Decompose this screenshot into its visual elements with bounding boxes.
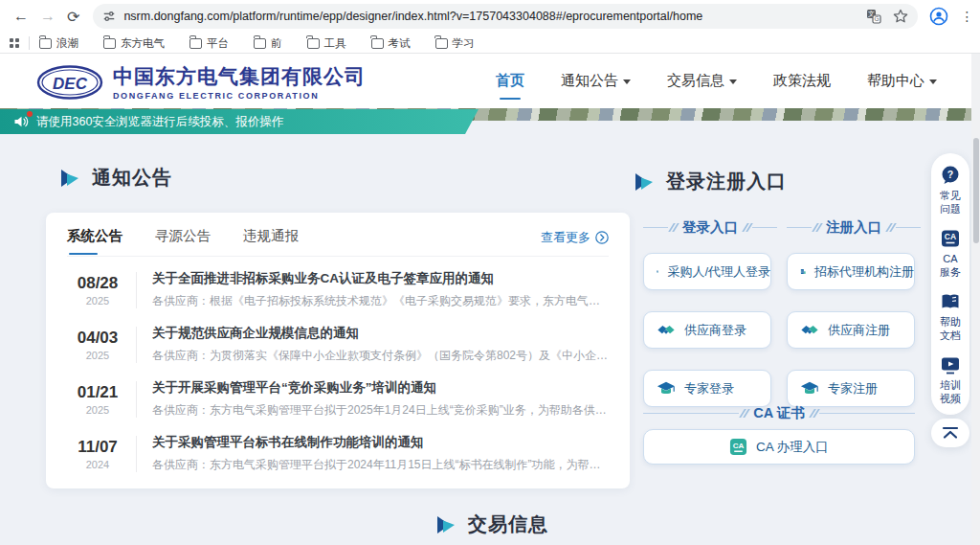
apps-grid-icon[interactable] [10,38,19,48]
notice-summary: 各供应商：为贯彻落实《保障中小企业款项支付条例》（国务院令第802号）及《中小企… [152,348,609,364]
page-scrollbar[interactable] [971,54,980,545]
tab-violation-reports[interactable]: 违规通报 [243,227,299,255]
bookmark-star-icon[interactable] [893,9,908,24]
notice-summary: 各供应商：东方电气采购管理平台拟于2025年1月24日上线“竞价采购”业务，为帮… [152,402,609,419]
notice-summary: 各供应商：根据《电子招标投标系统技术规范》《电子采购交易规范》要求，东方电气采购… [152,293,609,309]
bookmark-label: 工具 [324,36,346,51]
notice-title: 关于开展采购管理平台“竞价采购业务”培训的通知 [152,379,609,397]
ca-service-button[interactable]: CA CA服务 [940,228,961,279]
browser-chrome: ← → ⟳ nsrm.dongfang.com/platform/runtime… [0,0,980,54]
help-docs-button[interactable]: 帮助文档 [940,291,961,342]
list-item[interactable]: 04/032025 关于规范供应商企业规模信息的通知各供应商：为贯彻落实《保障中… [67,317,609,372]
folder-icon [371,38,384,49]
bookmark-folder[interactable]: 浪潮 [39,36,78,51]
company-name-en: DONGFANG ELECTRIC CORPORATION [113,91,366,101]
expert-cap-icon [657,379,676,398]
forward-button[interactable]: → [40,5,56,28]
bookmark-label: 东方电气 [121,36,165,51]
browser-toolbar: ← → ⟳ nsrm.dongfang.com/platform/runtime… [0,0,980,33]
list-item[interactable]: 08/282025 关于全面推进非招标采购业务CA认证及电子签章应用的通知各供应… [67,262,609,317]
sidebar-label: 培训视频 [940,378,961,405]
nav-policies[interactable]: 政策法规 [773,66,831,96]
section-arrow-icon [59,168,80,189]
supplier-login-button[interactable]: 供应商登录 [643,311,771,349]
back-to-top-icon [942,426,959,440]
bookmarks-bar: 浪潮 东方电气 平台 前 工具 考试 学习 [0,33,980,54]
browser-warning-ribbon: 请使用360安全浏览器进行后续投标、报价操作 [0,109,479,134]
bookmark-folder[interactable]: 考试 [371,36,411,51]
speaker-icon [13,114,29,129]
bookmark-label: 前 [271,36,282,51]
trade-info-section-title: 交易信息 [435,511,548,537]
reload-button[interactable]: ⟳ [67,5,79,28]
profile-avatar-icon[interactable] [929,7,948,26]
list-item[interactable]: 01/212025 关于开展采购管理平台“竞价采购业务”培训的通知各供应商：东方… [67,372,609,426]
page-content: 通知公告 系统公告 寻源公告 违规通报 查看更多 08/282025 关于全面推… [0,134,980,545]
bookmark-label: 浪潮 [56,36,78,51]
url-text[interactable]: nsrm.dongfang.com/platform/runtime/epp/d… [123,10,857,23]
notification-dot [27,111,33,117]
view-more-link[interactable]: 查看更多 [541,229,609,254]
expert-cap-icon [800,379,819,398]
bookmark-folder[interactable]: 工具 [307,36,346,51]
expert-register-button[interactable]: 专家注册 [787,370,915,407]
tab-sourcing-notices[interactable]: 寻源公告 [155,227,211,255]
company-name-cn: 中国东方电气集团有限公司 [113,63,366,90]
notice-date: 04/032025 [67,329,128,361]
faq-button[interactable]: ? 常见问题 [940,165,961,216]
notice-date: 01/212025 [67,383,128,416]
nav-notices[interactable]: 通知公告 [561,66,631,96]
buyer-agent-login-button[interactable]: 采购人/代理人登录 [643,253,771,290]
svg-text:CA: CA [945,232,956,241]
notice-date: 08/282025 [67,274,128,307]
folder-icon [189,38,202,49]
svg-text:CA: CA [733,442,745,450]
ca-badge-icon: CA [729,438,747,456]
login-entry-header: 登录入口 [643,218,777,237]
announcements-section-title: 通知公告 [59,165,172,191]
logo[interactable]: DEC 中国东方电气集团有限公司 DONGFANG ELECTRIC CORPO… [36,63,366,101]
bookmark-folder[interactable]: 平台 [189,36,229,51]
bidding-agency-register-button[interactable]: 招标代理机构注册 [787,253,915,290]
floating-sidebar: ? 常见问题 CA CA服务 帮助文档 培训视频 [931,153,969,415]
divider [29,36,30,50]
announcements-list: 08/282025 关于全面推进非招标采购业务CA认证及电子签章应用的通知各供应… [67,257,609,481]
announcements-tabs: 系统公告 寻源公告 违规通报 查看更多 [67,226,609,257]
supplier-register-button[interactable]: 供应商注册 [787,311,915,349]
building-icon [800,262,806,281]
ca-card-icon: CA [940,228,961,249]
help-doc-icon [940,291,961,312]
tab-system-notices[interactable]: 系统公告 [67,227,122,255]
svg-text:DEC: DEC [53,75,88,93]
dec-logo-icon: DEC [36,64,103,101]
translate-icon[interactable]: 文G [866,9,881,24]
nav-trade-info[interactable]: 交易信息 [667,66,737,96]
folder-icon [103,38,116,49]
section-arrow-icon [634,171,655,193]
sidebar-label: 帮助文档 [940,315,961,342]
address-bar[interactable]: nsrm.dongfang.com/platform/runtime/epp/d… [93,4,918,29]
chrome-menu-icon[interactable]: ⋮ [960,11,973,21]
nav-home[interactable]: 首页 [496,66,524,96]
bookmark-folder[interactable]: 学习 [435,36,475,51]
site-settings-icon[interactable] [102,10,116,23]
notice-title: 关于全面推进非招标采购业务CA认证及电子签章应用的通知 [152,270,609,287]
notice-date: 11/072024 [67,438,128,470]
expert-login-button[interactable]: 专家登录 [643,370,771,407]
bookmark-folder[interactable]: 前 [254,36,282,51]
folder-icon [435,38,448,49]
notice-title: 关于采购管理平台标书在线制作功能培训的通知 [152,434,609,451]
bookmark-label: 平台 [207,36,229,51]
divider [136,272,137,308]
bookmark-folder[interactable]: 东方电气 [103,36,165,51]
back-button[interactable]: ← [13,5,29,28]
list-item[interactable]: 11/072024 关于采购管理平台标书在线制作功能培训的通知各供应商：东方电气… [67,426,609,481]
training-videos-button[interactable]: 培训视频 [940,354,961,405]
ca-apply-button[interactable]: CA CA 办理入口 [643,429,915,465]
sidebar-label: 常见问题 [940,189,961,216]
back-to-top-button[interactable] [931,419,969,447]
nav-help-center[interactable]: 帮助中心 [867,66,937,96]
chevron-down-icon [729,79,737,84]
scrollbar-thumb[interactable] [973,138,979,243]
chevron-down-icon [623,79,631,84]
